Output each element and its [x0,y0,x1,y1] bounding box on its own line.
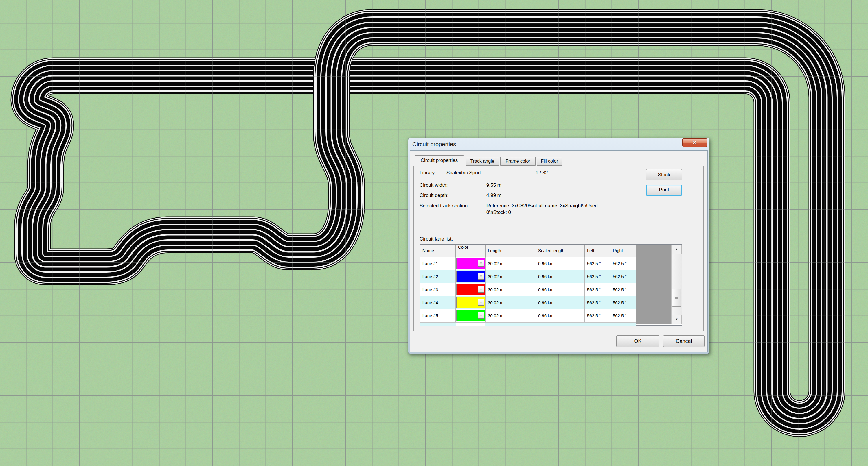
lane-left-angle: 562.5 ° [585,283,611,296]
color-dropdown-button[interactable]: ▼ [478,299,484,305]
tab-fill-color[interactable]: Fill color [537,157,562,166]
lane-list-label: Circuit lane list: [420,236,453,242]
lane-name: Lane #4 [420,296,456,309]
table-filler [636,244,672,324]
lane-scaled-length: 0.96 km [536,283,585,296]
column-header-color[interactable]: Color [456,244,486,257]
cancel-button[interactable]: Cancel [663,335,705,347]
selected-section-value-line1: Reference: 3xC8205\nFull name: 3xStraigh… [486,203,599,209]
stock-button[interactable]: Stock [646,169,682,180]
color-dropdown-button[interactable]: ▼ [478,286,484,293]
lane-left-angle: 562.5 ° [585,257,611,270]
chevron-down-icon: ▼ [480,314,482,317]
tab-circuit-properties[interactable]: Circuit properties [414,155,464,166]
lane-right-angle: 562.5 ° [611,257,636,270]
scrollbar-thumb[interactable] [672,289,681,307]
lane-left-angle: 562.5 ° [585,309,611,322]
lane-right-angle: 562.5 ° [611,270,636,283]
table-row-partial[interactable] [420,322,636,326]
circuit-width-label: Circuit width: [420,182,447,188]
scrollbar-grip-icon [675,297,679,299]
lane-length: 30.02 m [486,257,536,270]
lane-left-angle: 562.5 ° [585,296,611,309]
tab-track-angle[interactable]: Track angle [466,157,499,166]
lane-color-cell: ▼ [456,270,486,283]
lane-table: Name Color Length Scaled length Left Rig… [420,244,682,326]
selected-section-label: Selected track section: [420,203,469,209]
tab-frame-color[interactable]: Frame color [500,157,535,166]
lane-length: 30.02 m [486,270,536,283]
scroll-down-button[interactable]: ▼ [672,314,682,324]
lane-right-angle: 562.5 ° [611,296,636,309]
lane-length: 30.02 m [486,309,536,322]
circuit-depth-value: 4.99 m [486,193,501,198]
print-button[interactable]: Print [646,185,682,196]
table-row[interactable]: Lane #2▼30.02 m0.96 km562.5 °562.5 ° [420,270,636,283]
table-row[interactable]: Lane #5▼30.02 m0.96 km562.5 °562.5 ° [420,309,636,322]
lane-scaled-length: 0.96 km [536,296,585,309]
chevron-down-icon: ▼ [480,275,482,278]
circuit-width-value: 9.55 m [486,182,501,188]
dialog-title: Circuit properties [412,138,456,150]
ok-button[interactable]: OK [616,335,659,347]
lane-table-scrollbar[interactable]: ▲ ▼ [671,244,682,324]
scroll-up-button[interactable]: ▲ [672,244,682,254]
table-row[interactable]: Lane #3▼30.02 m0.96 km562.5 °562.5 ° [420,283,636,296]
chevron-down-icon: ▼ [480,262,482,265]
column-header-length[interactable]: Length [486,244,536,257]
lane-color-cell: ▼ [456,283,486,296]
column-header-name[interactable]: Name [420,244,456,257]
lane-scaled-length: 0.96 km [536,270,585,283]
dialog-client-area: Circuit properties Track angle Frame col… [410,150,708,352]
tab-page: Library: Scalextric Sport 1 / 32 Circuit… [413,166,704,331]
lane-length: 30.02 m [486,283,536,296]
scale-value: 1 / 32 [535,170,548,176]
lane-right-angle: 562.5 ° [611,283,636,296]
library-label: Library: [420,170,436,176]
column-header-left[interactable]: Left [585,244,611,257]
column-header-right[interactable]: Right [611,244,636,257]
column-header-scaled-length[interactable]: Scaled length [536,244,585,257]
lane-name: Lane #3 [420,283,456,296]
lane-length: 30.02 m [486,296,536,309]
lane-name: Lane #5 [420,309,456,322]
table-row[interactable]: Lane #4▼30.02 m0.96 km562.5 °562.5 ° [420,296,636,309]
close-button[interactable]: ✕ [682,138,707,147]
library-value: Scalextric Sport [446,170,481,176]
lane-left-angle: 562.5 ° [585,270,611,283]
lane-right-angle: 562.5 ° [611,309,636,322]
lane-name: Lane #2 [420,270,456,283]
chevron-down-icon: ▼ [480,301,482,304]
circuit-properties-dialog: Circuit properties ✕ Circuit properties … [408,138,709,354]
color-dropdown-button[interactable]: ▼ [478,260,484,267]
color-dropdown-button[interactable]: ▼ [478,273,484,279]
lane-scaled-length: 0.96 km [536,257,585,270]
chevron-down-icon: ▼ [480,288,482,291]
arrow-down-icon: ▼ [675,318,678,321]
lane-scaled-length: 0.96 km [536,309,585,322]
lane-name: Lane #1 [420,257,456,270]
lane-color-cell: ▼ [456,296,486,309]
lane-color-cell: ▼ [456,257,486,270]
selected-section-value-line2: 0\nStock: 0 [486,209,511,215]
lane-color-cell: ▼ [456,309,486,322]
color-dropdown-button[interactable]: ▼ [478,312,484,319]
arrow-up-icon: ▲ [675,247,678,251]
app-stage: Circuit properties ✕ Circuit properties … [0,0,868,466]
circuit-depth-label: Circuit depth: [420,193,448,198]
close-icon: ✕ [692,140,697,145]
table-row[interactable]: Lane #1▼30.02 m0.96 km562.5 °562.5 ° [420,257,636,270]
